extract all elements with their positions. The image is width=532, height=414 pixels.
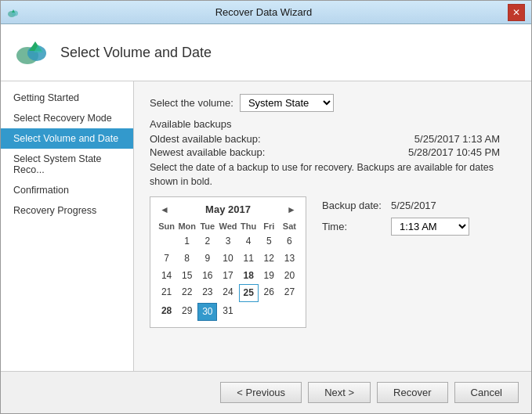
oldest-label: Oldest available backup: xyxy=(150,133,261,145)
sidebar-item-recovery-progress[interactable]: Recovery Progress xyxy=(1,200,133,221)
calendar-day-name: Mon xyxy=(177,220,197,232)
wizard-icon xyxy=(13,34,51,71)
calendar-day[interactable]: 23 xyxy=(197,284,217,302)
calendar-day[interactable]: 15 xyxy=(177,268,197,284)
backup-date-value: 5/25/2017 xyxy=(391,200,436,211)
calendar-day[interactable]: 1 xyxy=(177,233,197,250)
oldest-backup-row: Oldest available backup: 5/25/2017 1:13 … xyxy=(150,133,516,145)
time-row: Time: 1:13 AM 10:45 PM xyxy=(322,218,469,236)
calendar-day[interactable]: 2 xyxy=(197,233,217,250)
calendar-grid: SunMonTueWedThuFriSat1234567891011121314… xyxy=(157,220,299,321)
calendar-day[interactable]: 9 xyxy=(197,250,217,267)
calendar-day[interactable]: 5 xyxy=(259,233,279,250)
sidebar: Getting Started Select Recovery Mode Sel… xyxy=(1,81,134,371)
calendar-day[interactable]: 26 xyxy=(259,284,279,302)
time-label: Time: xyxy=(322,221,385,232)
calendar-day[interactable]: 19 xyxy=(259,268,279,284)
sidebar-item-select-recovery-mode[interactable]: Select Recovery Mode xyxy=(1,108,133,128)
calendar-day[interactable]: 4 xyxy=(239,233,259,250)
calendar-prev-button[interactable]: ◄ xyxy=(157,203,172,217)
calendar-day[interactable]: 22 xyxy=(177,284,197,302)
volume-select[interactable]: System State C:\ D:\ xyxy=(240,94,334,112)
calendar-date-section: ◄ May 2017 ► SunMonTueWedThuFriSat123456… xyxy=(150,196,516,328)
calendar-day[interactable]: 18 xyxy=(239,268,259,284)
calendar-day[interactable]: 24 xyxy=(218,284,237,302)
title-bar: Recover Data Wizard ✕ xyxy=(1,1,531,24)
close-button[interactable]: ✕ xyxy=(508,4,525,21)
calendar-day[interactable]: 7 xyxy=(157,250,176,267)
calendar-day[interactable]: 6 xyxy=(280,233,299,250)
page-title: Select Volume and Date xyxy=(60,45,212,61)
footer: < Previous Next > Recover Cancel xyxy=(1,371,531,413)
sidebar-item-confirmation[interactable]: Confirmation xyxy=(1,180,133,200)
calendar-day-name: Tue xyxy=(197,220,217,232)
calendar-day[interactable]: 16 xyxy=(197,268,217,284)
volume-row: Select the volume: System State C:\ D:\ xyxy=(150,94,516,112)
calendar-day-name: Fri xyxy=(259,220,279,232)
cancel-button[interactable]: Cancel xyxy=(454,382,519,403)
calendar-header: ◄ May 2017 ► xyxy=(157,203,299,215)
backup-date-label: Backup date: xyxy=(322,200,385,211)
calendar-day-name: Sat xyxy=(280,220,299,232)
calendar-day-name: Thu xyxy=(239,220,259,232)
time-select[interactable]: 1:13 AM 10:45 PM xyxy=(391,218,469,236)
wizard-window: Recover Data Wizard ✕ Select Volume and … xyxy=(0,0,532,414)
content-area: Select the volume: System State C:\ D:\ … xyxy=(134,81,531,371)
available-backups: Available backups Oldest available backu… xyxy=(150,118,516,158)
sidebar-item-select-volume-date[interactable]: Select Volume and Date xyxy=(1,128,133,149)
calendar-day[interactable]: 30 xyxy=(197,303,217,321)
calendar-day[interactable]: 31 xyxy=(218,303,237,321)
wizard-header: Select Volume and Date xyxy=(1,24,531,81)
calendar-month-title: May 2017 xyxy=(205,203,251,215)
calendar-day[interactable]: 12 xyxy=(259,250,279,267)
calendar-day[interactable]: 29 xyxy=(177,303,197,321)
volume-label: Select the volume: xyxy=(150,97,233,109)
oldest-value: 5/25/2017 1:13 AM xyxy=(414,133,500,145)
recover-button[interactable]: Recover xyxy=(377,382,447,403)
date-time-section: Backup date: 5/25/2017 Time: 1:13 AM 10:… xyxy=(322,196,469,236)
backup-date-row: Backup date: 5/25/2017 xyxy=(322,200,469,211)
calendar-day[interactable]: 13 xyxy=(280,250,299,267)
window-title: Recover Data Wizard xyxy=(20,6,508,18)
calendar: ◄ May 2017 ► SunMonTueWedThuFriSat123456… xyxy=(150,196,306,328)
calendar-day[interactable]: 8 xyxy=(177,250,197,267)
app-icon xyxy=(7,6,20,19)
calendar-day[interactable]: 10 xyxy=(218,250,237,267)
newest-backup-row: Newest available backup: 5/28/2017 10:45… xyxy=(150,146,516,158)
newest-label: Newest available backup: xyxy=(150,146,265,158)
calendar-day[interactable]: 21 xyxy=(157,284,176,302)
instruction-text: Select the date of a backup to use for r… xyxy=(150,161,516,189)
calendar-day[interactable]: 11 xyxy=(239,250,259,267)
main-content: Getting Started Select Recovery Mode Sel… xyxy=(1,81,531,371)
calendar-day[interactable]: 17 xyxy=(218,268,237,284)
calendar-next-button[interactable]: ► xyxy=(284,203,299,217)
sidebar-item-getting-started[interactable]: Getting Started xyxy=(1,88,133,108)
calendar-day[interactable]: 14 xyxy=(157,268,176,284)
calendar-day[interactable]: 25 xyxy=(239,284,259,302)
calendar-day[interactable]: 27 xyxy=(280,284,299,302)
calendar-day-name: Sun xyxy=(157,220,176,232)
calendar-day[interactable]: 20 xyxy=(280,268,299,284)
available-backups-title: Available backups xyxy=(150,118,516,130)
calendar-day-name: Wed xyxy=(218,220,237,232)
newest-value: 5/28/2017 10:45 PM xyxy=(408,146,500,158)
sidebar-item-select-system-state[interactable]: Select System State Reco... xyxy=(1,149,133,180)
next-button[interactable]: Next > xyxy=(308,382,371,403)
calendar-day[interactable]: 28 xyxy=(157,303,176,321)
calendar-day[interactable]: 3 xyxy=(218,233,237,250)
previous-button[interactable]: < Previous xyxy=(220,382,302,403)
calendar-day xyxy=(157,233,176,250)
